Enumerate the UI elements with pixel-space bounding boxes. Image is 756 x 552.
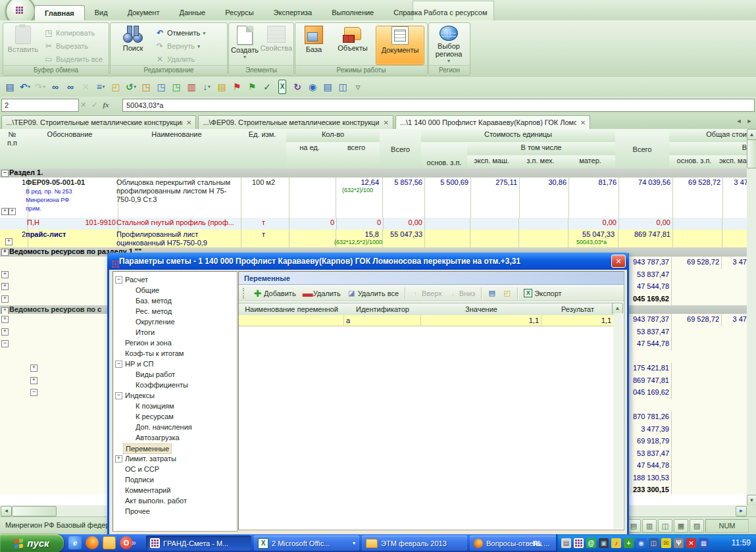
expand-icon[interactable]: + [1, 328, 9, 336]
collapse-icon[interactable]: − [30, 389, 38, 396]
tree-item[interactable]: −НР и СП [113, 359, 237, 369]
column-header[interactable]: Результат [542, 303, 615, 316]
find-in-doc-icon[interactable]: ∞ [63, 80, 78, 94]
variable-name-cell[interactable] [239, 315, 344, 326]
usb-icon[interactable]: Ψ [674, 538, 684, 548]
move-up-button[interactable]: ↑Вверх [408, 287, 445, 300]
ribbon-tab[interactable]: Выполнение [322, 5, 384, 20]
collapse-icon[interactable]: − [115, 392, 122, 399]
add-button[interactable]: ✚Добавить [250, 287, 299, 300]
insert-position-icon[interactable]: ◳ [139, 80, 153, 94]
ribbon-tab[interactable]: Экспертиза [264, 5, 322, 20]
tree-item[interactable]: +Лимит. затраты [113, 453, 237, 464]
view-print-icon[interactable]: ▨ [690, 519, 704, 533]
approve-icon[interactable]: ✓ [260, 80, 274, 94]
tree-item[interactable]: Коэф-ты к итогам [113, 348, 237, 359]
toolbar-options-icon[interactable]: ▿ [351, 80, 365, 94]
expand-icon[interactable]: + [1, 249, 9, 256]
cancel-entry-icon[interactable]: ✕ [80, 101, 86, 109]
mail-agent-icon[interactable]: @ [586, 538, 596, 548]
ribbon-tab-context[interactable]: Работа с ресурсом [415, 5, 496, 20]
cell-reference-input[interactable]: 2 [1, 99, 79, 112]
variable-id-cell[interactable]: a [344, 315, 421, 326]
history-back-icon[interactable]: ↺▾ [124, 80, 138, 94]
copy-position-icon[interactable]: ◳ [154, 80, 168, 94]
collapse-icon[interactable]: − [1, 340, 9, 347]
formula-input[interactable]: 50043,03*a [122, 99, 755, 112]
document-tab[interactable]: ...\1 140 000 Профлист Караваеву(Карпов)… [395, 115, 590, 129]
table-row[interactable]: П,Н101-9910 Стальной гнутый профиль (про… [0, 218, 747, 230]
firefox-icon[interactable] [86, 536, 99, 549]
tree-item[interactable]: К позициям [113, 401, 237, 411]
close-icon[interactable]: ✕ [186, 119, 191, 126]
language-indicator[interactable]: RL [526, 538, 549, 549]
tree-item[interactable]: Итоги [113, 327, 237, 338]
chevron-icon[interactable]: » [132, 538, 136, 547]
scroll-left-icon[interactable]: ◄ [1, 506, 12, 516]
search-button[interactable]: Поиск [116, 26, 150, 64]
paste-button[interactable]: Вставить [6, 26, 40, 64]
grand-tray-icon[interactable] [574, 538, 584, 548]
variable-result-cell[interactable]: 1,1 [542, 315, 614, 326]
tree-item[interactable]: Регион и зона [113, 338, 237, 348]
create-button[interactable]: Создать▾ [228, 26, 262, 64]
tree-item[interactable]: Подписи [113, 474, 237, 485]
section-row[interactable]: − Раздел 1. [0, 168, 747, 178]
expand-icon[interactable]: + [1, 271, 9, 278]
taskbar-task[interactable]: X2 Microsoft Offic...▾ [254, 536, 359, 551]
tab-scroll-left-icon[interactable]: ◄ [734, 116, 743, 126]
expand-icon[interactable]: + [115, 455, 122, 463]
tree-item[interactable]: Прочее [113, 506, 237, 516]
scrollbar-thumb[interactable] [12, 506, 57, 516]
open-button[interactable]: ◰ [499, 287, 515, 300]
tree-item[interactable]: Автозагрузка [113, 432, 237, 443]
tree-item[interactable]: Рес. метод [113, 306, 237, 316]
folder-icon[interactable] [103, 536, 116, 549]
expand-icon[interactable]: + [1, 208, 9, 215]
scrollbar-thumb[interactable] [747, 139, 756, 168]
block-position-icon[interactable]: ▥ [184, 80, 199, 94]
export-button[interactable]: XЭкспорт [520, 287, 565, 300]
properties-button[interactable]: Свойства [259, 26, 293, 64]
scroll-up-icon[interactable]: ▲ [747, 129, 756, 140]
cut-button[interactable]: ✂Вырезать [44, 40, 88, 52]
close-icon[interactable]: ✕ [580, 119, 586, 126]
dialog-title-bar[interactable]: Параметры сметы - 1 140 000 Профлист Кар… [107, 253, 629, 270]
delete-icon[interactable]: ✕ [78, 80, 93, 94]
network-icon[interactable]: ◉ [636, 538, 646, 548]
expand-icon[interactable]: + [30, 364, 38, 372]
volume-icon[interactable]: ♪ [611, 538, 621, 548]
remove-button[interactable]: ▬Удалить [299, 287, 344, 300]
move-position-icon[interactable]: ◳ [169, 80, 184, 94]
note-icon[interactable]: ▤ [214, 80, 229, 94]
opera-icon[interactable]: O [120, 536, 133, 549]
save-button[interactable]: ▤ [484, 287, 499, 300]
tab-scroll-right-icon[interactable]: ► [745, 116, 754, 126]
power-icon[interactable]: + [624, 538, 634, 548]
move-down-button[interactable]: ↓Вниз [445, 287, 479, 300]
tree-item[interactable]: Коэффициенты [113, 380, 237, 390]
expand-icon[interactable]: + [30, 377, 38, 384]
scroll-down-icon[interactable]: ▼ [747, 495, 756, 506]
document-tab[interactable]: ...\ФЕР09. Строительные металлические ко… [198, 115, 393, 129]
close-icon[interactable]: ✕ [383, 119, 388, 126]
ribbon-tab[interactable]: Вид [85, 5, 118, 20]
fx-icon[interactable]: fx [103, 101, 109, 109]
confirm-entry-icon[interactable]: ✓ [91, 101, 97, 109]
objects-mode-button[interactable]: Объекты [332, 26, 373, 64]
redo-button[interactable]: ↷Вернуть▾ [155, 40, 200, 52]
collapse-icon[interactable]: − [1, 170, 9, 177]
tree-item[interactable]: ОС и ССР [113, 464, 237, 474]
tree-item[interactable]: −Индексы [113, 390, 237, 401]
view-rows-icon[interactable]: ≡▾ [93, 80, 108, 94]
tree-item[interactable]: Акт выполн. работ [113, 495, 237, 506]
remove-all-button[interactable]: ◪Удалить все [344, 287, 402, 300]
expand-icon[interactable]: + [5, 238, 13, 245]
report-icon[interactable]: ▤ [320, 80, 335, 94]
tree-item[interactable]: Округление [113, 316, 237, 327]
open-folder-icon[interactable]: ◰ [109, 80, 123, 94]
taskbar-task[interactable]: ГРАНД-Смета - М... [146, 536, 251, 551]
base-mode-button[interactable]: База [298, 26, 330, 64]
antivirus-icon[interactable]: ✕ [686, 538, 696, 548]
table-row[interactable]: 2 + прайс-лист Профилированный лист оцин… [0, 230, 747, 248]
